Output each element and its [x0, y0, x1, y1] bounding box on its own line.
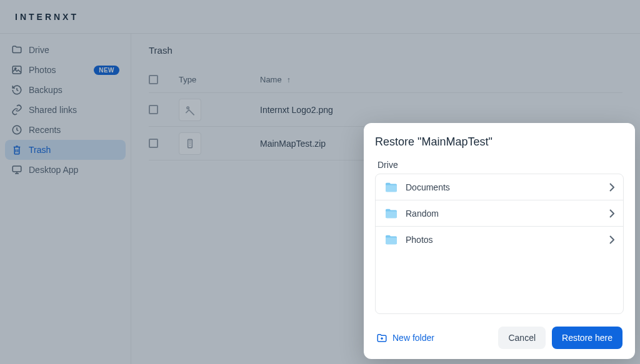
folder-list: Documents Random Photos — [375, 174, 624, 314]
folder-plus-icon — [376, 333, 388, 343]
folder-label: Documents — [406, 182, 609, 192]
folder-label: Random — [406, 209, 609, 219]
modal-title: Restore "MainMapTest" — [375, 135, 624, 149]
folder-row-documents[interactable]: Documents — [376, 174, 623, 200]
folder-icon — [384, 234, 398, 245]
restore-here-button[interactable]: Restore here — [552, 327, 622, 349]
folder-icon — [384, 208, 398, 219]
folder-row-photos[interactable]: Photos — [376, 227, 623, 253]
modal-overlay[interactable]: Restore "MainMapTest" Drive Documents Ra… — [0, 0, 640, 364]
modal-location-label: Drive — [375, 160, 624, 170]
restore-modal: Restore "MainMapTest" Drive Documents Ra… — [364, 123, 635, 359]
modal-actions: New folder Cancel Restore here — [375, 324, 624, 349]
new-folder-label: New folder — [392, 333, 434, 343]
chevron-right-icon — [609, 235, 614, 244]
new-folder-button[interactable]: New folder — [376, 333, 434, 343]
folder-label: Photos — [406, 235, 609, 245]
chevron-right-icon — [609, 183, 614, 192]
folder-icon — [384, 182, 398, 193]
folder-row-random[interactable]: Random — [376, 200, 623, 227]
cancel-button[interactable]: Cancel — [498, 327, 546, 349]
chevron-right-icon — [609, 209, 614, 218]
